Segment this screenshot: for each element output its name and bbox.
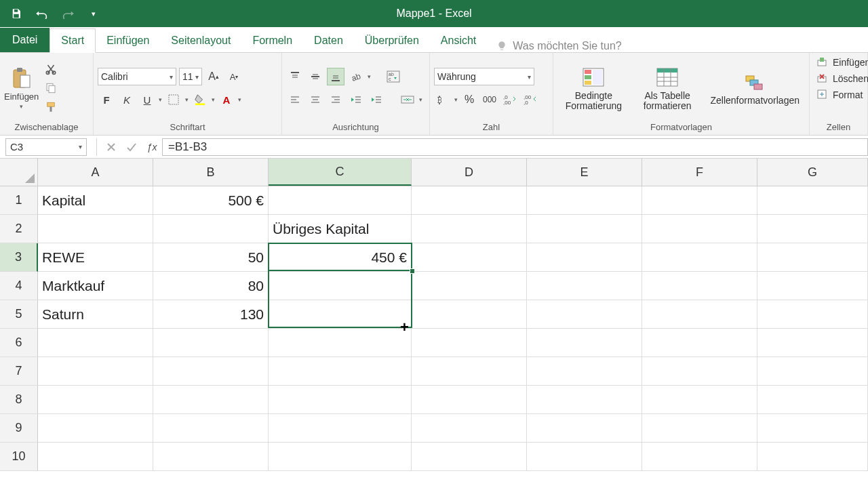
row-header-7[interactable]: 7 bbox=[0, 357, 38, 386]
col-header-G[interactable]: G bbox=[757, 159, 868, 186]
align-left-icon[interactable] bbox=[286, 91, 304, 108]
col-header-C[interactable]: C bbox=[269, 159, 412, 186]
cell-F10[interactable] bbox=[642, 443, 757, 471]
decrease-indent-icon[interactable] bbox=[347, 91, 365, 108]
cell-B6[interactable] bbox=[153, 329, 269, 357]
fill-color-icon[interactable] bbox=[191, 91, 209, 108]
cell-F6[interactable] bbox=[642, 329, 757, 357]
number-format-combo[interactable]: Währung▾ bbox=[434, 68, 534, 85]
row-header-2[interactable]: 2 bbox=[0, 215, 38, 243]
insert-function-icon[interactable]: ƒx bbox=[142, 138, 162, 156]
cell-A7[interactable] bbox=[38, 357, 153, 386]
cell-B7[interactable] bbox=[153, 357, 269, 386]
cell-G7[interactable] bbox=[757, 357, 868, 386]
format-as-table-button[interactable]: Als Tabelle formatieren bbox=[631, 64, 704, 113]
cell-B5[interactable]: 130 bbox=[153, 300, 269, 329]
row-header-1[interactable]: 1 bbox=[0, 186, 38, 215]
cell-C4[interactable] bbox=[269, 272, 412, 300]
font-size-combo[interactable]: 11▾ bbox=[179, 68, 202, 85]
cell-D4[interactable] bbox=[412, 272, 527, 300]
cell-F5[interactable] bbox=[642, 300, 757, 329]
cut-icon[interactable] bbox=[43, 62, 59, 77]
decrease-decimal-icon[interactable]: ,00,0 bbox=[521, 91, 539, 108]
accounting-format-icon[interactable]: ₿ bbox=[434, 91, 452, 108]
col-header-D[interactable]: D bbox=[412, 159, 527, 186]
tab-review[interactable]: Überprüfen bbox=[354, 29, 430, 52]
select-all-corner[interactable] bbox=[0, 159, 38, 186]
cell-C10[interactable] bbox=[269, 443, 412, 471]
formula-input[interactable]: =B1-B3 bbox=[162, 138, 868, 156]
cell-A1[interactable]: Kapital bbox=[38, 186, 153, 215]
qat-customize-icon[interactable]: ▾ bbox=[87, 7, 100, 20]
increase-decimal-icon[interactable]: ,0,00 bbox=[501, 91, 519, 108]
tell-me-search[interactable]: Was möchten Sie tun? bbox=[487, 40, 621, 52]
cell-A8[interactable] bbox=[38, 386, 153, 414]
cell-G3[interactable] bbox=[757, 243, 868, 272]
cell-C5[interactable] bbox=[269, 300, 412, 329]
cell-B8[interactable] bbox=[153, 386, 269, 414]
cell-D1[interactable] bbox=[412, 186, 527, 215]
italic-button[interactable]: K bbox=[118, 91, 136, 108]
cell-B4[interactable]: 80 bbox=[153, 272, 269, 300]
cell-E4[interactable] bbox=[527, 272, 642, 300]
cell-styles-button[interactable]: Zellenformatvorlagen bbox=[705, 68, 805, 107]
cell-A3[interactable]: REWE bbox=[38, 243, 153, 272]
cell-F9[interactable] bbox=[642, 414, 757, 443]
cell-D7[interactable] bbox=[412, 357, 527, 386]
increase-indent-icon[interactable] bbox=[368, 91, 385, 108]
cancel-formula-icon[interactable] bbox=[101, 138, 121, 156]
col-header-F[interactable]: F bbox=[642, 159, 757, 186]
tab-insert[interactable]: Einfügen bbox=[96, 29, 160, 52]
cell-A10[interactable] bbox=[38, 443, 153, 471]
cell-E6[interactable] bbox=[527, 329, 642, 357]
cell-F1[interactable] bbox=[642, 186, 757, 215]
row-header-4[interactable]: 4 bbox=[0, 272, 38, 300]
conditional-formatting-button[interactable]: Bedingte Formatierung bbox=[557, 64, 630, 113]
tab-start[interactable]: Start bbox=[50, 28, 96, 53]
cell-C7[interactable] bbox=[269, 357, 412, 386]
cell-E3[interactable] bbox=[527, 243, 642, 272]
cell-E9[interactable] bbox=[527, 414, 642, 443]
cell-E1[interactable] bbox=[527, 186, 642, 215]
cell-E8[interactable] bbox=[527, 386, 642, 414]
percent-icon[interactable]: % bbox=[460, 91, 478, 108]
cell-A5[interactable]: Saturn bbox=[38, 300, 153, 329]
cell-E2[interactable] bbox=[527, 215, 642, 243]
tab-file[interactable]: Datei bbox=[0, 28, 50, 52]
cell-C6[interactable] bbox=[269, 329, 412, 357]
cell-G8[interactable] bbox=[757, 386, 868, 414]
redo-icon[interactable] bbox=[61, 7, 75, 20]
tab-view[interactable]: Ansicht bbox=[430, 29, 487, 52]
cell-B2[interactable] bbox=[153, 215, 269, 243]
cell-G2[interactable] bbox=[757, 215, 868, 243]
font-color-icon[interactable]: A bbox=[218, 91, 235, 108]
cells-insert-button[interactable]: Einfügen bbox=[814, 56, 868, 69]
align-middle-icon[interactable] bbox=[307, 68, 324, 85]
cell-E10[interactable] bbox=[527, 443, 642, 471]
cell-A6[interactable] bbox=[38, 329, 153, 357]
cell-F8[interactable] bbox=[642, 386, 757, 414]
cell-F2[interactable] bbox=[642, 215, 757, 243]
align-right-icon[interactable] bbox=[327, 91, 344, 108]
cell-C2[interactable]: Übriges Kapital bbox=[269, 215, 412, 243]
col-header-E[interactable]: E bbox=[527, 159, 642, 186]
increase-font-icon[interactable]: A▴ bbox=[205, 68, 222, 85]
cell-G10[interactable] bbox=[757, 443, 868, 471]
decrease-font-icon[interactable]: A▾ bbox=[225, 68, 243, 85]
cell-D6[interactable] bbox=[412, 329, 527, 357]
cell-C8[interactable] bbox=[269, 386, 412, 414]
cell-G5[interactable] bbox=[757, 300, 868, 329]
cell-C1[interactable] bbox=[269, 186, 412, 215]
cell-E5[interactable] bbox=[527, 300, 642, 329]
align-center-icon[interactable] bbox=[307, 91, 324, 108]
cell-E7[interactable] bbox=[527, 357, 642, 386]
cell-C3[interactable]: 450 € bbox=[269, 243, 412, 272]
cell-G6[interactable] bbox=[757, 329, 868, 357]
cell-C9[interactable] bbox=[269, 414, 412, 443]
cell-D2[interactable] bbox=[412, 215, 527, 243]
cell-B1[interactable]: 500 € bbox=[153, 186, 269, 215]
format-painter-icon[interactable] bbox=[43, 100, 59, 115]
underline-button[interactable]: U bbox=[138, 91, 156, 108]
row-header-8[interactable]: 8 bbox=[0, 386, 38, 414]
cell-B3[interactable]: 50 bbox=[153, 243, 269, 272]
